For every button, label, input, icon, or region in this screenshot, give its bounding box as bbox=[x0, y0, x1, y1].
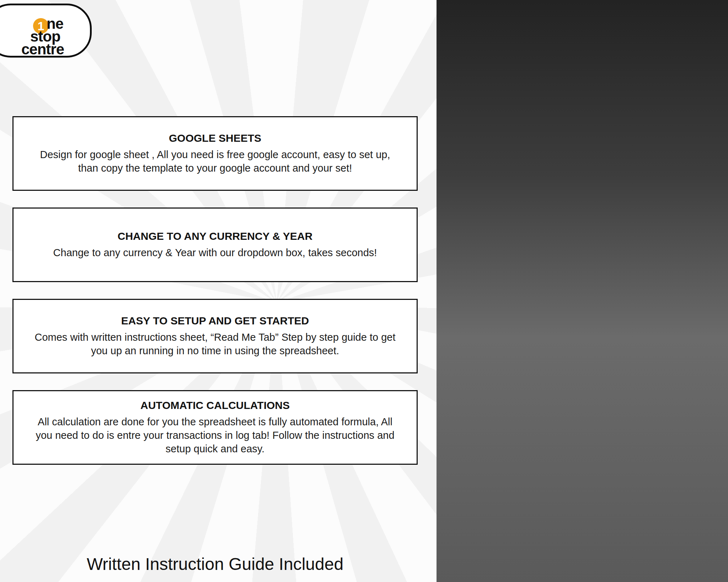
feature-body: Design for google sheet , All you need i… bbox=[31, 148, 399, 175]
feature-title: CHANGE TO ANY CURRENCY & YEAR bbox=[118, 230, 312, 242]
footer-note: Written Instruction Guide Included bbox=[0, 554, 430, 574]
feature-title: AUTOMATIC CALCULATIONS bbox=[140, 399, 290, 411]
feature-body: All calculation are done for you the spr… bbox=[31, 415, 399, 456]
feature-body: Change to any currency & Year with our d… bbox=[53, 246, 377, 259]
screenshots-backdrop: Copy of 50/30/20 Annual and Monthly Budg… bbox=[437, 0, 728, 582]
feature-card: GOOGLE SHEETS Design for google sheet , … bbox=[12, 116, 418, 191]
feature-card: AUTOMATIC CALCULATIONS All calculation a… bbox=[12, 390, 418, 465]
feature-list: GOOGLE SHEETS Design for google sheet , … bbox=[12, 116, 418, 465]
one-stop-centre-logo: 1 ne stop centre bbox=[0, 4, 92, 58]
feature-title: EASY TO SETUP AND GET STARTED bbox=[121, 315, 309, 327]
feature-title: GOOGLE SHEETS bbox=[169, 132, 261, 144]
feature-body: Comes with written instructions sheet, “… bbox=[31, 330, 399, 358]
feature-card: EASY TO SETUP AND GET STARTED Comes with… bbox=[12, 299, 418, 373]
feature-card: CHANGE TO ANY CURRENCY & YEAR Change to … bbox=[12, 208, 418, 282]
logo-line-3: centre bbox=[21, 41, 64, 58]
page: 1 ne stop centre GOOGLE SHEETS Design fo… bbox=[0, 0, 728, 582]
